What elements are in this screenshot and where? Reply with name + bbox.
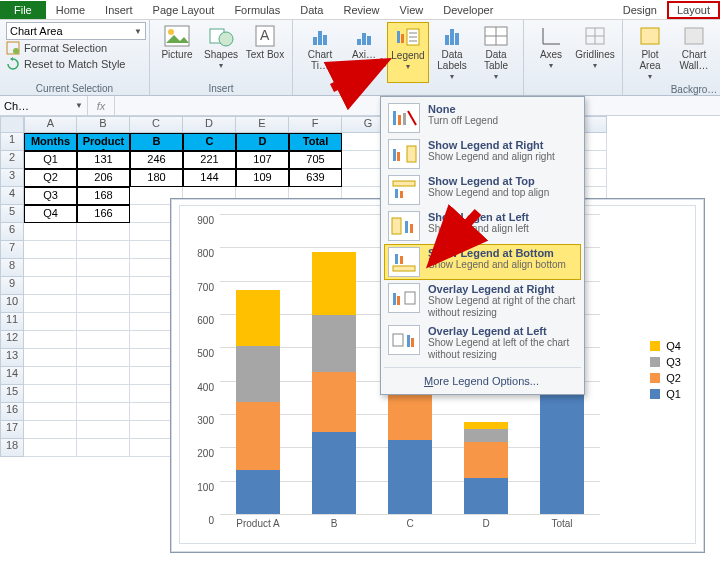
legend-item[interactable]: Q1 [650, 388, 681, 400]
cell[interactable] [24, 295, 77, 313]
cell[interactable] [77, 421, 130, 439]
cell[interactable]: B [130, 133, 183, 151]
cell[interactable] [77, 331, 130, 349]
cell[interactable]: Q1 [24, 151, 77, 169]
cell[interactable] [77, 295, 130, 313]
bar-segment[interactable] [236, 470, 280, 514]
cell[interactable]: Months [24, 133, 77, 151]
tab-pagelayout[interactable]: Page Layout [143, 1, 225, 19]
cell[interactable]: Q4 [24, 205, 77, 223]
row-header[interactable]: 14 [0, 367, 24, 385]
cell[interactable]: 221 [183, 151, 236, 169]
format-selection-button[interactable]: Format Selection [6, 40, 143, 56]
row-header[interactable]: 5 [0, 205, 24, 223]
gridlines-button[interactable]: Gridlines▾ [574, 22, 616, 72]
legend-option-overlay-left[interactable]: Overlay Legend at LeftShow Legend at lef… [384, 322, 581, 364]
axes-button[interactable]: Axes▾ [530, 22, 572, 72]
cell[interactable]: 705 [289, 151, 342, 169]
cell[interactable]: C [183, 133, 236, 151]
chart-wall-button[interactable]: Chart Wall… [673, 22, 715, 83]
plot-area-button[interactable]: Plot Area▾ [629, 22, 671, 83]
column-header[interactable]: A [24, 116, 77, 133]
bar-segment[interactable] [236, 402, 280, 471]
row-header[interactable]: 18 [0, 439, 24, 457]
chart-legend[interactable]: Q4Q3Q2Q1 [650, 336, 681, 404]
cell[interactable]: D [236, 133, 289, 151]
tab-file[interactable]: File [0, 1, 46, 19]
tab-view[interactable]: View [390, 1, 434, 19]
legend-option-none[interactable]: NoneTurn off Legend [384, 100, 581, 136]
cell[interactable] [77, 223, 130, 241]
cell[interactable] [77, 385, 130, 403]
column-header[interactable]: F [289, 116, 342, 133]
cell[interactable] [77, 403, 130, 421]
bar-stack[interactable] [236, 290, 280, 514]
bar-segment[interactable] [388, 392, 432, 440]
cell[interactable]: 107 [236, 151, 289, 169]
column-header[interactable]: E [236, 116, 289, 133]
data-labels-button[interactable]: Data Labels▾ [431, 22, 473, 83]
cell[interactable] [24, 241, 77, 259]
cell[interactable] [24, 385, 77, 403]
cell[interactable]: 109 [236, 169, 289, 187]
cell[interactable]: Total [289, 133, 342, 151]
cell[interactable] [24, 313, 77, 331]
cell[interactable]: 180 [130, 169, 183, 187]
cell[interactable] [24, 367, 77, 385]
chart-element-dropdown[interactable]: Chart Area ▼ [6, 22, 146, 40]
row-header[interactable]: 4 [0, 187, 24, 205]
row-header[interactable]: 7 [0, 241, 24, 259]
row-header[interactable]: 17 [0, 421, 24, 439]
cell[interactable] [77, 259, 130, 277]
bar-segment[interactable] [236, 290, 280, 345]
cell[interactable] [77, 349, 130, 367]
reset-match-style-button[interactable]: Reset to Match Style [6, 56, 143, 72]
cell[interactable] [24, 403, 77, 421]
cell[interactable] [24, 277, 77, 295]
tab-insert[interactable]: Insert [95, 1, 143, 19]
row-header[interactable]: 2 [0, 151, 24, 169]
legend-option-overlay-right[interactable]: Overlay Legend at RightShow Legend at ri… [384, 280, 581, 322]
bar-segment[interactable] [312, 252, 356, 315]
cell[interactable]: Q2 [24, 169, 77, 187]
cell[interactable] [24, 439, 77, 457]
fx-label[interactable]: fx [88, 100, 114, 112]
cell[interactable]: 639 [289, 169, 342, 187]
cell[interactable]: 166 [77, 205, 130, 223]
data-table-button[interactable]: Data Table▾ [475, 22, 517, 83]
row-header[interactable]: 8 [0, 259, 24, 277]
row-header[interactable]: 10 [0, 295, 24, 313]
legend-item[interactable]: Q4 [650, 340, 681, 352]
cell[interactable] [77, 367, 130, 385]
cell[interactable] [77, 277, 130, 295]
axis-titles-button[interactable]: Axi… [343, 22, 385, 83]
cell[interactable] [24, 223, 77, 241]
bar-segment[interactable] [464, 478, 508, 514]
legend-option-bottom[interactable]: Show Legend at BottomShow Legend and ali… [384, 244, 581, 280]
cell[interactable]: 246 [130, 151, 183, 169]
legend-item[interactable]: Q3 [650, 356, 681, 368]
shapes-button[interactable]: Shapes▾ [200, 22, 242, 72]
bar-segment[interactable] [312, 315, 356, 372]
column-header[interactable]: D [183, 116, 236, 133]
column-header[interactable]: B [77, 116, 130, 133]
cell[interactable] [24, 259, 77, 277]
row-header[interactable]: 1 [0, 133, 24, 151]
cell[interactable]: 168 [77, 187, 130, 205]
row-header[interactable]: 13 [0, 349, 24, 367]
textbox-button[interactable]: A Text Box [244, 22, 286, 72]
cell[interactable]: 206 [77, 169, 130, 187]
row-header[interactable]: 6 [0, 223, 24, 241]
tab-review[interactable]: Review [333, 1, 389, 19]
cell[interactable] [24, 331, 77, 349]
bar-segment[interactable] [388, 440, 432, 514]
bar-segment[interactable] [464, 422, 508, 429]
cell[interactable] [24, 421, 77, 439]
row-header[interactable]: 15 [0, 385, 24, 403]
name-box[interactable]: Ch… ▼ [0, 96, 88, 115]
row-header[interactable]: 11 [0, 313, 24, 331]
bar-segment[interactable] [312, 432, 356, 514]
bar-segment[interactable] [236, 346, 280, 402]
cell[interactable] [77, 313, 130, 331]
select-all-corner[interactable] [0, 116, 24, 133]
